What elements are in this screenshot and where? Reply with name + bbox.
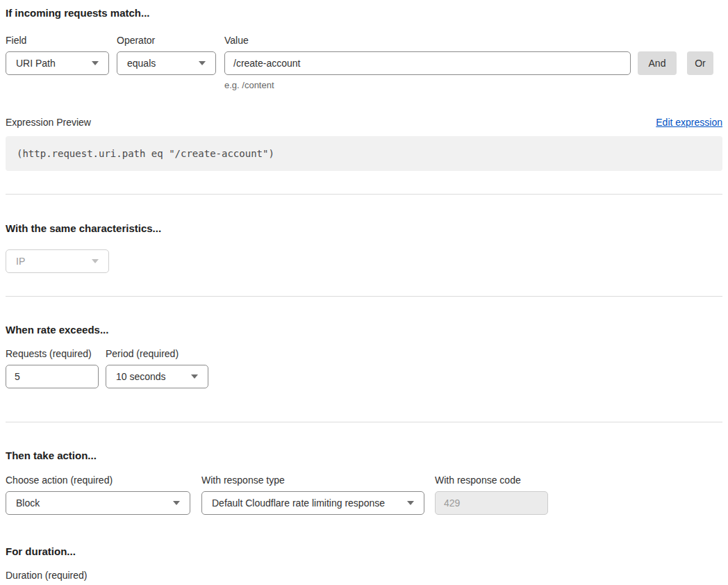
characteristic-select: IP [6,249,109,273]
expression-preview-code: (http.request.uri.path eq "/create-accou… [17,148,274,159]
response-type-label: With response type [201,474,424,487]
action-section-heading: Then take action... [6,449,722,462]
value-input[interactable] [224,51,631,75]
expression-preview-header: Expression Preview Edit expression [6,116,722,129]
operator-select-value: equals [127,58,156,69]
characteristics-row: IP [6,249,722,273]
period-label: Period (required) [106,347,208,361]
action-select[interactable]: Block [6,491,190,515]
expression-preview-label: Expression Preview [6,116,91,129]
response-type-select[interactable]: Default Cloudflare rate limiting respons… [201,491,424,515]
chevron-down-icon [92,61,99,65]
response-type-select-value: Default Cloudflare rate limiting respons… [212,497,385,509]
chevron-down-icon [199,61,206,65]
response-code-label: With response code [435,474,548,487]
match-section-heading: If incoming requests match... [6,6,722,19]
duration-label: Duration (required) [6,569,109,582]
action-row: Choose action (required) Block With resp… [6,474,722,515]
section-divider [6,194,722,195]
duration-row: Duration (required) 10 seconds [6,569,722,585]
operator-select[interactable]: equals [117,51,216,75]
edit-expression-link[interactable]: Edit expression [656,117,722,128]
chevron-down-icon [191,374,198,379]
rate-limiting-rule-form: If incoming requests match... Field URI … [0,6,728,585]
requests-input[interactable] [6,365,99,388]
section-divider [6,296,722,297]
value-helper-text: e.g. /content [224,80,631,90]
expression-preview-box: (http.request.uri.path eq "/create-accou… [6,136,722,171]
requests-label: Requests (required) [6,347,99,361]
characteristics-section-heading: With the same characteristics... [6,222,722,235]
match-condition-row: Field URI Path Operator equals Value e.g… [6,34,722,90]
spacer [687,34,713,51]
duration-section-heading: For duration... [6,545,722,558]
value-label: Value [224,34,631,47]
section-divider [6,422,722,422]
period-select[interactable]: 10 seconds [106,365,208,388]
or-button[interactable]: Or [687,51,713,75]
field-select-value: URI Path [16,58,56,69]
chevron-down-icon [407,501,414,505]
field-select[interactable]: URI Path [6,51,109,75]
rate-row: Requests (required) Period (required) 10… [6,347,722,388]
chevron-down-icon [173,501,180,505]
rate-section-heading: When rate exceeds... [6,323,722,336]
action-select-value: Block [16,497,40,509]
chevron-down-icon [92,259,99,263]
spacer [638,34,687,51]
choose-action-label: Choose action (required) [6,474,190,487]
characteristic-select-value: IP [16,256,25,267]
operator-label: Operator [117,34,216,47]
period-select-value: 10 seconds [116,371,166,382]
field-label: Field [6,34,109,47]
and-button[interactable]: And [638,51,677,75]
response-code-input [435,491,548,515]
